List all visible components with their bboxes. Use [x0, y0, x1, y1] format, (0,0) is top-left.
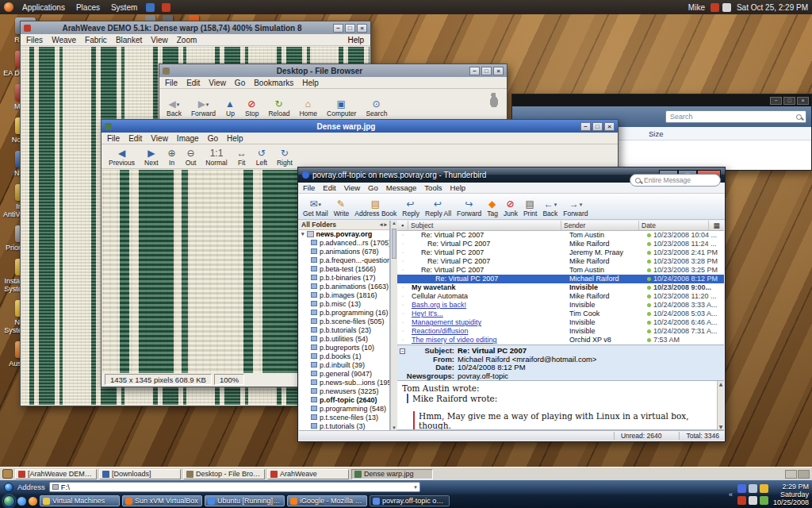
- collapse-header-icon[interactable]: −: [400, 348, 405, 354]
- thread-twisty-icon[interactable]: ◦: [397, 275, 408, 283]
- menu-item[interactable]: View: [344, 183, 360, 192]
- back-button[interactable]: ← ▾ Back: [540, 198, 560, 218]
- menu-item[interactable]: File: [165, 79, 178, 87]
- taskbar-button[interactable]: Sun xVM VirtualBox: [122, 495, 202, 506]
- message-row[interactable]: ◦ Re: Virtual PC 2007 Jeremy M. Praay 10…: [397, 248, 724, 257]
- message-row[interactable]: ◦ Management stupidity Invisible 10/24/2…: [397, 318, 724, 327]
- get-mail-button[interactable]: ✉ ▾ Get Mail: [301, 198, 331, 218]
- menu-item[interactable]: Fabric: [85, 36, 107, 44]
- folder-item[interactable]: p.b.animations (1663): [299, 282, 389, 291]
- folder-item[interactable]: p.bugreports (10): [299, 343, 389, 352]
- sender-column-header[interactable]: Sender: [561, 221, 639, 230]
- folder-item[interactable]: p.b.programming (16): [299, 308, 389, 317]
- maximize-button[interactable]: [592, 122, 603, 131]
- previous-view-icon[interactable]: ◂: [380, 221, 383, 228]
- forward-nav-button[interactable]: → ▾ Forward: [561, 198, 590, 218]
- thread-twisty-icon[interactable]: ◦: [397, 257, 408, 266]
- taskbar-button[interactable]: povray.off-topic on ...: [370, 495, 450, 506]
- write-button[interactable]: ✎ Write: [331, 198, 352, 218]
- scroll-up-icon[interactable]: ▲: [718, 381, 724, 387]
- message-row[interactable]: ◦ Reaction/diffusion Invisible 10/24/200…: [397, 327, 724, 336]
- security-center-tray-icon[interactable]: [737, 496, 746, 505]
- folder-item[interactable]: p.advanced...rs (1705): [299, 238, 389, 247]
- message-search-input[interactable]: Entire Message: [630, 174, 721, 187]
- maximize-button[interactable]: □: [783, 97, 795, 105]
- message-from[interactable]: Michael Raiford <mraiford@hotmail.com>: [458, 356, 596, 364]
- message-row[interactable]: ◦ Re: Virtual PC 2007 Mike Raiford 10/23…: [397, 240, 724, 248]
- search-input[interactable]: Search: [665, 110, 806, 123]
- menu-item[interactable]: Edit: [186, 79, 200, 87]
- print-button[interactable]: ▤ Print: [521, 198, 539, 218]
- folder-item[interactable]: p.a.frequen...-questions: [299, 256, 389, 264]
- message-row[interactable]: ◦ Bash.org is back! Invisible 10/24/2008…: [397, 301, 724, 310]
- start-button[interactable]: [3, 495, 15, 507]
- reload-button[interactable]: ↻ Reload: [264, 98, 293, 118]
- scroll-thumb[interactable]: [392, 229, 396, 259]
- thread-twisty-icon[interactable]: ◦: [397, 301, 408, 310]
- expand-twisty-icon[interactable]: ▾: [301, 231, 304, 237]
- menu-item[interactable]: Go: [235, 79, 245, 87]
- size-column-header[interactable]: Size: [649, 129, 663, 138]
- user-name[interactable]: Mike: [688, 3, 705, 12]
- menu-item[interactable]: Weave: [52, 36, 76, 44]
- zoom-out-button[interactable]: ⊖ Out: [182, 148, 201, 167]
- close-button[interactable]: [604, 122, 615, 131]
- folder-item[interactable]: p.newusers (3225): [299, 387, 389, 395]
- rotate-right-button[interactable]: ↻ Right: [273, 148, 297, 167]
- minimize-button[interactable]: −: [770, 97, 782, 105]
- search-button[interactable]: ⊙ Search: [362, 98, 391, 118]
- panel-clock[interactable]: Sat Oct 25, 2:29 PM: [737, 3, 808, 12]
- menu-item[interactable]: Help: [302, 79, 319, 87]
- date-column-header[interactable]: Date: [639, 221, 709, 230]
- arahweave-titlebar[interactable]: ArahWeave DEMO 5.1k: Dense warp (158,74)…: [21, 21, 370, 34]
- stop-button[interactable]: ⊘ Stop: [241, 98, 263, 118]
- thread-twisty-icon[interactable]: ◦: [397, 248, 408, 257]
- volume-icon[interactable]: [722, 3, 731, 12]
- home-button[interactable]: ⌂ Home: [295, 98, 321, 118]
- thread-column-icon[interactable]: ▪: [397, 221, 408, 230]
- back-button[interactable]: ◀ ▾ Back: [163, 98, 186, 118]
- folder-item[interactable]: p.d.books (1): [299, 352, 389, 360]
- menu-item[interactable]: Help: [227, 134, 243, 143]
- menu-item[interactable]: View: [209, 79, 226, 87]
- zoom-fit-button[interactable]: ↔ Fit: [233, 148, 251, 167]
- update-notifier-icon[interactable]: [710, 3, 719, 12]
- folder-item[interactable]: p.d.inbuilt (39): [299, 360, 389, 369]
- folder-item[interactable]: p.b.misc (13): [299, 299, 389, 308]
- menu-item[interactable]: Edit: [128, 134, 142, 143]
- folder-item[interactable]: p.general (9047): [299, 369, 389, 378]
- menu-item[interactable]: View: [151, 36, 168, 44]
- folder-item[interactable]: p.animations (678): [299, 247, 389, 256]
- menu-item[interactable]: View: [151, 134, 168, 143]
- folder-item[interactable]: p.news-sub...ions (195): [299, 378, 389, 387]
- zoom-in-button[interactable]: ⊕ In: [164, 148, 180, 167]
- menu-item[interactable]: Image: [177, 134, 199, 143]
- account-root-item[interactable]: ▾ news.povray.org: [299, 230, 389, 239]
- message-row[interactable]: ◦ Hey! It's... Tim Cook 10/24/2008 5:03 …: [397, 310, 724, 318]
- menu-item[interactable]: Help: [450, 183, 466, 192]
- network-tray-icon[interactable]: [760, 496, 768, 505]
- launcher-icon[interactable]: [162, 3, 170, 12]
- workspace-thumb[interactable]: [785, 470, 797, 479]
- panel-menu[interactable]: Applications: [21, 3, 67, 12]
- close-button[interactable]: [357, 24, 367, 33]
- scroll-down-icon[interactable]: ▼: [718, 424, 724, 429]
- message-row[interactable]: ◦ Cellular Automata Mike Raiford 10/23/2…: [397, 292, 724, 301]
- taskbar-clock[interactable]: 2:29 PM Saturday 10/25/2008: [773, 483, 810, 506]
- minimize-button[interactable]: [469, 67, 480, 75]
- help-menu[interactable]: Help: [347, 36, 364, 44]
- thread-twisty-icon[interactable]: ◦: [397, 292, 408, 301]
- panel-menu[interactable]: System: [109, 3, 139, 12]
- next-button[interactable]: ▶ Next: [140, 148, 162, 167]
- menu-item[interactable]: Tools: [424, 183, 442, 192]
- address-book-button[interactable]: ▤ Address Book: [352, 198, 399, 218]
- image-viewer-titlebar[interactable]: Dense warp.jpg: [102, 120, 618, 133]
- taskbar-button[interactable]: Virtual Machines: [40, 495, 120, 506]
- menu-item[interactable]: Bookmarks: [254, 79, 293, 87]
- address-input[interactable]: F:\ ▾: [49, 482, 420, 492]
- zoom-normal-button[interactable]: 1:1 Normal: [201, 148, 231, 167]
- show-desktop-icon[interactable]: [2, 469, 13, 479]
- message-row[interactable]: ◦ The misery of video editing Orchid XP …: [397, 336, 724, 344]
- menu-item[interactable]: File: [303, 183, 315, 192]
- reply-all-button[interactable]: ↩ Reply All: [423, 198, 454, 218]
